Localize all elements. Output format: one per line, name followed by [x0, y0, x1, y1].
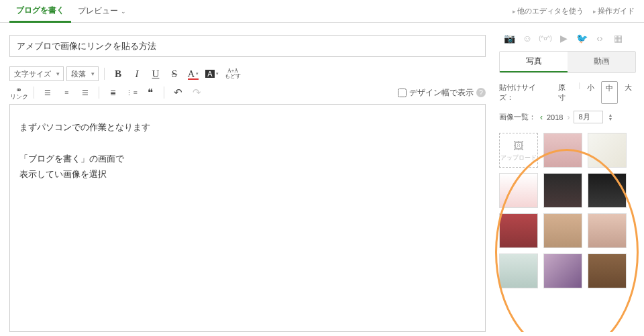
- editor-body[interactable]: まずパソコンでの作業となります 「ブログを書く」の画面で 表示してい画像を選択: [9, 104, 486, 332]
- paragraph-select[interactable]: 段落: [66, 66, 99, 81]
- size-medium[interactable]: 中: [601, 81, 618, 104]
- secondary-toolbar: ⚭リンク ☰ ≡ ☰ ≣ ⋮≡ ❝ ↶ ↷ デザイン幅で表示 ?: [9, 85, 486, 100]
- image-grid: 🖼 アップロード: [499, 133, 636, 288]
- editor-line: 表示してい画像を選択: [19, 166, 476, 182]
- design-width-checkbox[interactable]: [398, 89, 407, 97]
- media-tabs: 写真 動画: [499, 51, 636, 73]
- paste-size-label: 貼付けサイズ：: [499, 82, 550, 103]
- image-icon: 🖼: [513, 139, 524, 152]
- tab-write[interactable]: ブログを書く: [9, 0, 71, 23]
- link-button[interactable]: ⚭リンク: [9, 86, 28, 100]
- image-thumb[interactable]: [588, 173, 627, 208]
- guide-link[interactable]: 操作ガイド: [593, 6, 635, 16]
- next-year-button[interactable]: ›: [567, 113, 570, 122]
- size-original[interactable]: 原寸: [554, 81, 576, 104]
- upload-label: アップロード: [500, 154, 537, 162]
- font-size-select[interactable]: 文字サイズ: [9, 66, 64, 81]
- divider: [164, 87, 164, 99]
- month-stepper[interactable]: ▲▼: [608, 113, 613, 121]
- image-thumb[interactable]: [543, 173, 582, 208]
- image-thumb[interactable]: [588, 133, 627, 168]
- highlight-button[interactable]: A▾: [204, 66, 220, 81]
- underline-button[interactable]: U: [148, 66, 164, 81]
- image-thumb[interactable]: [543, 213, 582, 248]
- sidebar-icons: 📷 ☺ (^o^) ▶ 🐦 ‹› ▦: [499, 32, 636, 44]
- grid-icon[interactable]: ▦: [612, 32, 624, 44]
- formatting-toolbar: 文字サイズ 段落 B I U S A▾ A▾ A+A もどす: [9, 66, 486, 81]
- align-left-button[interactable]: ☰: [40, 85, 56, 100]
- upload-button[interactable]: 🖼 アップロード: [499, 133, 538, 168]
- youtube-icon[interactable]: ▶: [557, 32, 570, 44]
- blockquote-button[interactable]: ❝: [142, 85, 158, 100]
- divider: [34, 87, 34, 99]
- reset-format-button[interactable]: A+A もどす: [223, 66, 243, 81]
- unordered-list-button[interactable]: ⋮≡: [123, 85, 140, 100]
- ordered-list-button[interactable]: ≣: [105, 85, 121, 100]
- image-thumb[interactable]: [588, 213, 627, 248]
- editor-line: まずパソコンでの作業となります: [19, 119, 476, 135]
- size-large[interactable]: 大: [621, 81, 636, 104]
- image-thumb[interactable]: [499, 254, 538, 288]
- other-editor-link[interactable]: 他のエディタを使う: [513, 6, 584, 16]
- post-title-input[interactable]: [9, 35, 486, 57]
- align-center-button[interactable]: ≡: [58, 85, 74, 100]
- media-tab-video[interactable]: 動画: [568, 52, 635, 72]
- tab-preview-label: プレビュー: [78, 5, 118, 17]
- media-sidebar: 📷 ☺ (^o^) ▶ 🐦 ‹› ▦ 写真 動画 貼付けサイズ： 原寸 | 小 …: [495, 23, 644, 332]
- image-list-label: 画像一覧：: [499, 112, 536, 122]
- image-thumb[interactable]: [588, 254, 627, 288]
- align-right-button[interactable]: ☰: [77, 85, 93, 100]
- year-value: 2018: [547, 113, 563, 121]
- undo-button[interactable]: ↶: [170, 85, 186, 100]
- editor-pane: 文字サイズ 段落 B I U S A▾ A▾ A+A もどす ⚭リンク ☰ ≡ …: [0, 23, 495, 332]
- image-thumb[interactable]: [543, 254, 582, 288]
- italic-button[interactable]: I: [129, 66, 145, 81]
- design-width-label: デザイン幅で表示: [409, 87, 474, 99]
- kaomoji-icon[interactable]: (^o^): [539, 32, 551, 44]
- tab-preview[interactable]: プレビュー⌄: [71, 0, 133, 23]
- redo-button[interactable]: ↷: [189, 85, 205, 100]
- divider: [104, 68, 105, 80]
- camera-icon[interactable]: 📷: [503, 32, 515, 44]
- divider: [99, 87, 99, 99]
- twitter-icon[interactable]: 🐦: [576, 32, 588, 44]
- face-icon[interactable]: ☺: [521, 32, 533, 44]
- text-color-button[interactable]: A▾: [185, 66, 201, 81]
- strike-button[interactable]: S: [166, 66, 182, 81]
- prev-year-button[interactable]: ‹: [540, 113, 543, 122]
- image-thumb[interactable]: [499, 213, 538, 248]
- top-right-links: 他のエディタを使う 操作ガイド: [513, 6, 635, 16]
- media-tab-photo[interactable]: 写真: [500, 52, 568, 72]
- image-thumb[interactable]: [499, 173, 538, 208]
- help-icon[interactable]: ?: [476, 88, 486, 97]
- top-tab-bar: ブログを書く プレビュー⌄ 他のエディタを使う 操作ガイド: [0, 0, 644, 23]
- editor-line: 「ブログを書く」の画面で: [19, 151, 476, 166]
- embed-icon[interactable]: ‹›: [594, 32, 606, 44]
- image-thumb[interactable]: [543, 133, 582, 168]
- chevron-down-icon: ⌄: [121, 8, 126, 15]
- month-select[interactable]: 8月: [574, 111, 602, 123]
- size-small[interactable]: 小: [583, 81, 598, 104]
- bold-button[interactable]: B: [110, 66, 126, 81]
